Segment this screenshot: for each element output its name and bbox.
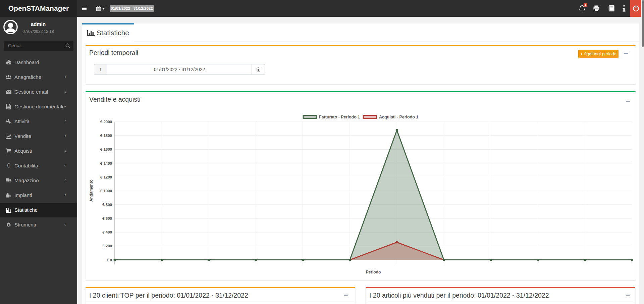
svg-text:€ 200: € 200 <box>102 244 112 248</box>
svg-text:€ 2000: € 2000 <box>100 120 112 124</box>
svg-text:Fatturato - Periodo 1: Fatturato - Periodo 1 <box>319 115 360 119</box>
svg-text:€ 1000: € 1000 <box>100 189 112 193</box>
svg-text:€ 1400: € 1400 <box>100 161 112 165</box>
svg-text:€ 400: € 400 <box>102 230 112 234</box>
svg-text:Acquisti - Periodo 1: Acquisti - Periodo 1 <box>379 115 418 119</box>
svg-text:Andamento: Andamento <box>89 180 94 202</box>
svg-text:€ 0: € 0 <box>107 258 112 262</box>
svg-text:€ 1600: € 1600 <box>100 147 112 151</box>
svg-text:Periodo: Periodo <box>366 270 381 274</box>
svg-text:€ 600: € 600 <box>102 216 112 220</box>
svg-text:€ 1200: € 1200 <box>100 175 112 179</box>
svg-text:€ 1800: € 1800 <box>100 134 112 138</box>
svg-text:€ 800: € 800 <box>102 203 112 207</box>
